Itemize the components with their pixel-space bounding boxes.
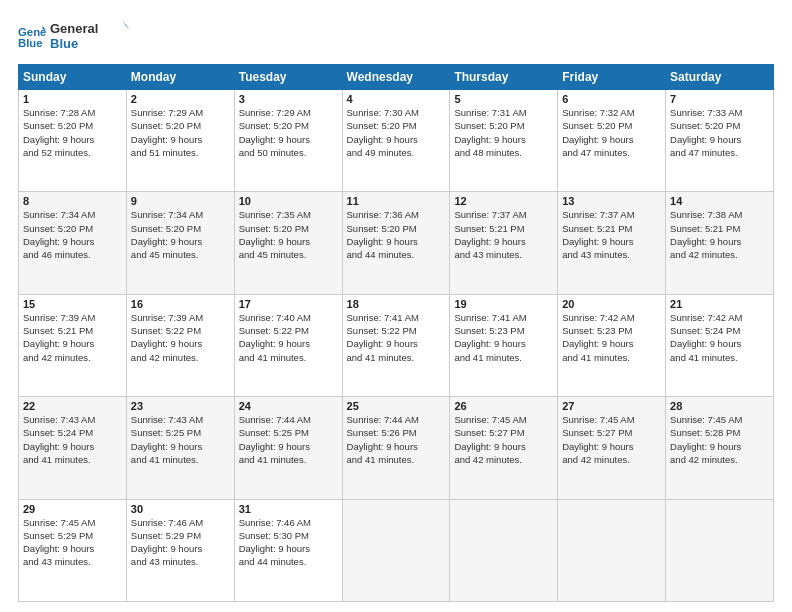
day-info: Sunrise: 7:44 AMSunset: 5:26 PMDaylight:… bbox=[347, 413, 446, 466]
day-number: 5 bbox=[454, 93, 553, 105]
day-info: Sunrise: 7:37 AMSunset: 5:21 PMDaylight:… bbox=[562, 208, 661, 261]
calendar-day-cell: 16Sunrise: 7:39 AMSunset: 5:22 PMDayligh… bbox=[126, 294, 234, 396]
day-number: 18 bbox=[347, 298, 446, 310]
day-info: Sunrise: 7:34 AMSunset: 5:20 PMDaylight:… bbox=[131, 208, 230, 261]
day-info: Sunrise: 7:45 AMSunset: 5:28 PMDaylight:… bbox=[670, 413, 769, 466]
day-info: Sunrise: 7:37 AMSunset: 5:21 PMDaylight:… bbox=[454, 208, 553, 261]
day-info: Sunrise: 7:38 AMSunset: 5:21 PMDaylight:… bbox=[670, 208, 769, 261]
day-info: Sunrise: 7:30 AMSunset: 5:20 PMDaylight:… bbox=[347, 106, 446, 159]
calendar-day-cell: 29Sunrise: 7:45 AMSunset: 5:29 PMDayligh… bbox=[19, 499, 127, 601]
calendar-day-cell: 5Sunrise: 7:31 AMSunset: 5:20 PMDaylight… bbox=[450, 90, 558, 192]
calendar-week-row: 22Sunrise: 7:43 AMSunset: 5:24 PMDayligh… bbox=[19, 397, 774, 499]
day-number: 25 bbox=[347, 400, 446, 412]
day-number: 20 bbox=[562, 298, 661, 310]
calendar-day-cell: 31Sunrise: 7:46 AMSunset: 5:30 PMDayligh… bbox=[234, 499, 342, 601]
calendar-day-cell: 6Sunrise: 7:32 AMSunset: 5:20 PMDaylight… bbox=[558, 90, 666, 192]
day-number: 10 bbox=[239, 195, 338, 207]
calendar-day-cell: 22Sunrise: 7:43 AMSunset: 5:24 PMDayligh… bbox=[19, 397, 127, 499]
day-number: 2 bbox=[131, 93, 230, 105]
day-info: Sunrise: 7:44 AMSunset: 5:25 PMDaylight:… bbox=[239, 413, 338, 466]
header: General Blue General Blue bbox=[18, 18, 774, 54]
day-info: Sunrise: 7:43 AMSunset: 5:25 PMDaylight:… bbox=[131, 413, 230, 466]
calendar-day-cell bbox=[558, 499, 666, 601]
day-number: 28 bbox=[670, 400, 769, 412]
day-number: 3 bbox=[239, 93, 338, 105]
calendar-day-cell: 2Sunrise: 7:29 AMSunset: 5:20 PMDaylight… bbox=[126, 90, 234, 192]
calendar-week-row: 15Sunrise: 7:39 AMSunset: 5:21 PMDayligh… bbox=[19, 294, 774, 396]
calendar-day-cell: 17Sunrise: 7:40 AMSunset: 5:22 PMDayligh… bbox=[234, 294, 342, 396]
day-info: Sunrise: 7:31 AMSunset: 5:20 PMDaylight:… bbox=[454, 106, 553, 159]
calendar-day-cell: 13Sunrise: 7:37 AMSunset: 5:21 PMDayligh… bbox=[558, 192, 666, 294]
calendar-day-header: Friday bbox=[558, 65, 666, 90]
day-number: 11 bbox=[347, 195, 446, 207]
day-info: Sunrise: 7:41 AMSunset: 5:22 PMDaylight:… bbox=[347, 311, 446, 364]
day-info: Sunrise: 7:39 AMSunset: 5:22 PMDaylight:… bbox=[131, 311, 230, 364]
calendar-day-cell: 1Sunrise: 7:28 AMSunset: 5:20 PMDaylight… bbox=[19, 90, 127, 192]
day-number: 13 bbox=[562, 195, 661, 207]
calendar-day-cell bbox=[342, 499, 450, 601]
day-number: 31 bbox=[239, 503, 338, 515]
svg-text:Blue: Blue bbox=[50, 36, 78, 51]
day-info: Sunrise: 7:33 AMSunset: 5:20 PMDaylight:… bbox=[670, 106, 769, 159]
day-number: 8 bbox=[23, 195, 122, 207]
day-number: 23 bbox=[131, 400, 230, 412]
calendar-body: 1Sunrise: 7:28 AMSunset: 5:20 PMDaylight… bbox=[19, 90, 774, 602]
day-number: 26 bbox=[454, 400, 553, 412]
day-info: Sunrise: 7:45 AMSunset: 5:27 PMDaylight:… bbox=[454, 413, 553, 466]
calendar-table: SundayMondayTuesdayWednesdayThursdayFrid… bbox=[18, 64, 774, 602]
day-number: 30 bbox=[131, 503, 230, 515]
calendar-header-row: SundayMondayTuesdayWednesdayThursdayFrid… bbox=[19, 65, 774, 90]
svg-text:Blue: Blue bbox=[18, 37, 43, 49]
day-info: Sunrise: 7:43 AMSunset: 5:24 PMDaylight:… bbox=[23, 413, 122, 466]
day-info: Sunrise: 7:42 AMSunset: 5:23 PMDaylight:… bbox=[562, 311, 661, 364]
calendar-day-cell: 15Sunrise: 7:39 AMSunset: 5:21 PMDayligh… bbox=[19, 294, 127, 396]
day-info: Sunrise: 7:45 AMSunset: 5:29 PMDaylight:… bbox=[23, 516, 122, 569]
day-number: 6 bbox=[562, 93, 661, 105]
day-info: Sunrise: 7:46 AMSunset: 5:30 PMDaylight:… bbox=[239, 516, 338, 569]
day-number: 27 bbox=[562, 400, 661, 412]
day-number: 21 bbox=[670, 298, 769, 310]
day-info: Sunrise: 7:29 AMSunset: 5:20 PMDaylight:… bbox=[131, 106, 230, 159]
calendar-day-cell: 11Sunrise: 7:36 AMSunset: 5:20 PMDayligh… bbox=[342, 192, 450, 294]
calendar-week-row: 29Sunrise: 7:45 AMSunset: 5:29 PMDayligh… bbox=[19, 499, 774, 601]
logo: General Blue General Blue bbox=[18, 18, 130, 54]
calendar-week-row: 8Sunrise: 7:34 AMSunset: 5:20 PMDaylight… bbox=[19, 192, 774, 294]
svg-text:General: General bbox=[50, 21, 98, 36]
calendar-day-cell: 14Sunrise: 7:38 AMSunset: 5:21 PMDayligh… bbox=[666, 192, 774, 294]
day-number: 12 bbox=[454, 195, 553, 207]
day-info: Sunrise: 7:39 AMSunset: 5:21 PMDaylight:… bbox=[23, 311, 122, 364]
day-number: 16 bbox=[131, 298, 230, 310]
calendar-day-cell: 18Sunrise: 7:41 AMSunset: 5:22 PMDayligh… bbox=[342, 294, 450, 396]
calendar-day-header: Tuesday bbox=[234, 65, 342, 90]
day-number: 17 bbox=[239, 298, 338, 310]
calendar-day-cell: 30Sunrise: 7:46 AMSunset: 5:29 PMDayligh… bbox=[126, 499, 234, 601]
calendar-day-header: Sunday bbox=[19, 65, 127, 90]
calendar-day-cell: 25Sunrise: 7:44 AMSunset: 5:26 PMDayligh… bbox=[342, 397, 450, 499]
calendar-day-header: Saturday bbox=[666, 65, 774, 90]
calendar-week-row: 1Sunrise: 7:28 AMSunset: 5:20 PMDaylight… bbox=[19, 90, 774, 192]
calendar-day-cell: 21Sunrise: 7:42 AMSunset: 5:24 PMDayligh… bbox=[666, 294, 774, 396]
day-info: Sunrise: 7:35 AMSunset: 5:20 PMDaylight:… bbox=[239, 208, 338, 261]
day-number: 14 bbox=[670, 195, 769, 207]
svg-marker-5 bbox=[122, 20, 130, 30]
calendar-day-header: Thursday bbox=[450, 65, 558, 90]
day-number: 24 bbox=[239, 400, 338, 412]
logo-svg: General Blue bbox=[50, 18, 130, 54]
calendar-day-cell: 3Sunrise: 7:29 AMSunset: 5:20 PMDaylight… bbox=[234, 90, 342, 192]
day-number: 9 bbox=[131, 195, 230, 207]
page: General Blue General Blue SundayMondayTu… bbox=[0, 0, 792, 612]
calendar-day-cell: 26Sunrise: 7:45 AMSunset: 5:27 PMDayligh… bbox=[450, 397, 558, 499]
day-info: Sunrise: 7:36 AMSunset: 5:20 PMDaylight:… bbox=[347, 208, 446, 261]
calendar-day-cell: 9Sunrise: 7:34 AMSunset: 5:20 PMDaylight… bbox=[126, 192, 234, 294]
day-number: 1 bbox=[23, 93, 122, 105]
day-info: Sunrise: 7:41 AMSunset: 5:23 PMDaylight:… bbox=[454, 311, 553, 364]
calendar-day-cell: 12Sunrise: 7:37 AMSunset: 5:21 PMDayligh… bbox=[450, 192, 558, 294]
calendar-day-cell: 10Sunrise: 7:35 AMSunset: 5:20 PMDayligh… bbox=[234, 192, 342, 294]
calendar-day-cell: 7Sunrise: 7:33 AMSunset: 5:20 PMDaylight… bbox=[666, 90, 774, 192]
day-info: Sunrise: 7:34 AMSunset: 5:20 PMDaylight:… bbox=[23, 208, 122, 261]
day-number: 4 bbox=[347, 93, 446, 105]
calendar-day-cell: 8Sunrise: 7:34 AMSunset: 5:20 PMDaylight… bbox=[19, 192, 127, 294]
day-number: 29 bbox=[23, 503, 122, 515]
day-info: Sunrise: 7:28 AMSunset: 5:20 PMDaylight:… bbox=[23, 106, 122, 159]
day-info: Sunrise: 7:32 AMSunset: 5:20 PMDaylight:… bbox=[562, 106, 661, 159]
